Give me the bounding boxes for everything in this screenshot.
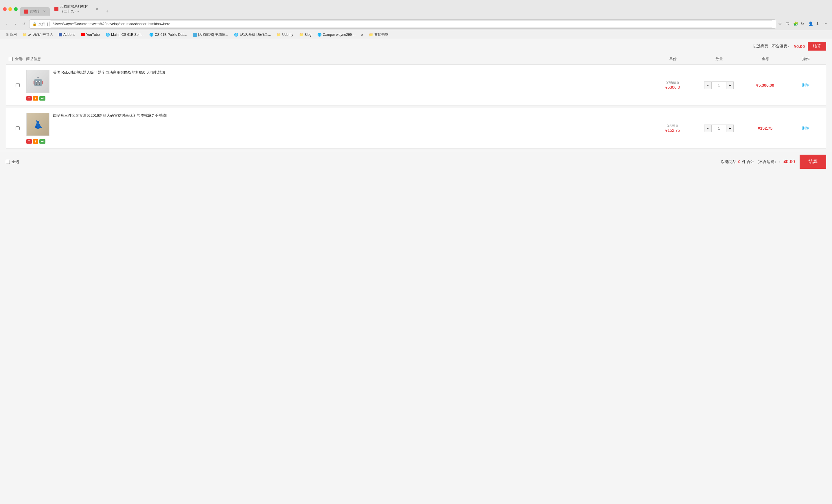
bookmark-cs61b-main-label: Main | CS 61B Spri... [111, 33, 144, 37]
item1-badge-7day: 7 [33, 96, 38, 101]
bookmark-camper[interactable]: 🌐 Camper wayne299'... [315, 32, 358, 37]
address-separator: | [47, 22, 48, 26]
title-bar: 购物车 ✕ 天猫前端系列教材（二十九）- ✕ + [0, 0, 832, 18]
tab-close-tmall[interactable]: ✕ [96, 7, 98, 11]
bookmark-cs61b-public-label: CS 61B Public Das... [155, 33, 187, 37]
cart-item-1: 美国iRobot扫地机器人吸尘器全自动家用智能扫地机650 天猫电器城 T 7 … [6, 65, 826, 106]
bookmark-addons[interactable]: Addons [56, 32, 78, 37]
bottom-summary-prefix: 以选商品 [721, 159, 736, 164]
bookmark-tmall-front[interactable]: [天猫前端] 单纯便... [191, 31, 231, 37]
header-quantity: 数量 [696, 56, 742, 61]
bookmark-other-label: 其他书签 [374, 32, 388, 37]
cart-container: 全选 商品信息 单价 数量 金额 操作 美国iRobot扫地机器人吸尘器全自动家… [6, 53, 826, 148]
item2-qty-increase[interactable]: + [726, 124, 734, 132]
cs61b-main-icon: 🌐 [106, 33, 110, 37]
item2-qty-decrease[interactable]: - [704, 124, 712, 132]
back-button[interactable]: ‹ [3, 21, 10, 27]
item1-qty-input[interactable] [712, 82, 726, 89]
tab-tmall[interactable]: 天猫前端系列教材（二十九）- ✕ [50, 2, 102, 16]
safari-icon: 📁 [23, 33, 27, 37]
header-unit-price: 单价 [650, 56, 696, 61]
bookmark-apps-label: 应用 [10, 32, 17, 37]
bookmark-other[interactable]: 📁 其他书签 [366, 31, 391, 37]
tab-cart[interactable]: 购物车 ✕ [20, 7, 50, 16]
tab-label-cart: 购物车 [30, 9, 40, 14]
bookmark-safari[interactable]: 📁 从 Safari 中导入 [20, 31, 55, 37]
profile-icon[interactable]: 👤 [808, 21, 813, 27]
item2-delete-button[interactable]: 删除 [802, 126, 809, 131]
refresh-icon[interactable]: ↻ [801, 21, 806, 27]
bookmark-youtube[interactable]: YouTube [79, 32, 102, 37]
item2-action-col: 删除 [788, 126, 823, 131]
item2-checkbox[interactable] [16, 126, 20, 130]
item1-check-col [9, 83, 26, 87]
youtube-icon [81, 33, 85, 36]
item2-badge-tmall: T [26, 139, 32, 144]
item2-price-col: ¥235.0 ¥152.75 [649, 124, 696, 133]
tab-close-cart[interactable]: ✕ [43, 9, 46, 13]
item1-qty-decrease[interactable]: - [704, 82, 712, 89]
item1-badge-tmall: T [26, 96, 32, 101]
header-action: 操作 [788, 56, 823, 61]
item2-top: 阔腿裤三件套装女夏装2016新款大码雪纺时尚休闲气质棉麻九分裤潮 [26, 113, 647, 136]
browser-chrome: 购物车 ✕ 天猫前端系列教材（二十九）- ✕ + ‹ › ↺ 🔒 文件 | ☆ … [0, 0, 832, 39]
download-icon[interactable]: ⬇ [816, 21, 821, 27]
top-summary-amount: ¥0.00 [794, 44, 805, 49]
cart-item-2: 阔腿裤三件套装女夏装2016新款大码雪纺时尚休闲气质棉麻九分裤潮 T 7 ↩ ¥… [6, 108, 826, 148]
bottom-summary-group: 以选商品 0 件 合计 （不含运费）： ¥0.00 结算 [721, 155, 826, 169]
top-checkout-button[interactable]: 结算 [808, 42, 826, 51]
item2-qty-col: - + [696, 124, 742, 132]
extension-icon[interactable]: 🧩 [793, 21, 799, 27]
bookmark-cs61b-main[interactable]: 🌐 Main | CS 61B Spri... [103, 32, 146, 37]
cs61b-public-icon: 🌐 [149, 33, 154, 37]
bottom-select-all-label: 全选 [11, 159, 19, 164]
item2-image [26, 113, 50, 136]
apps-icon: ⊞ [6, 33, 9, 37]
item1-qty-increase[interactable]: + [726, 82, 734, 89]
bookmark-camper-label: Camper wayne299'... [323, 33, 356, 37]
bookmark-more[interactable]: » [359, 32, 366, 37]
blog-icon: 📁 [299, 33, 304, 37]
address-input[interactable] [50, 21, 773, 27]
bookmark-addons-label: Addons [63, 33, 75, 37]
bookmark-cs61b-public[interactable]: 🌐 CS 61B Public Das... [147, 32, 189, 37]
bottom-item-count: 0 [738, 160, 740, 164]
item1-image [26, 69, 50, 93]
shield-icon[interactable]: 🛡 [786, 21, 791, 27]
bottom-checkout-button[interactable]: 结算 [800, 155, 826, 169]
bottom-total-amount: ¥0.00 [783, 159, 795, 164]
udemy-icon: 📁 [277, 33, 281, 37]
maximize-window-button[interactable] [14, 7, 18, 11]
minimize-window-button[interactable] [8, 7, 12, 11]
page-content: 以选商品（不含运费） ¥0.00 结算 全选 商品信息 单价 数量 金额 操作 [0, 39, 832, 172]
traffic-lights [3, 7, 18, 11]
java-icon: 🌐 [234, 33, 238, 37]
reload-button[interactable]: ↺ [21, 21, 27, 27]
item1-original-price: ¥7580.0 [649, 81, 696, 85]
item1-checkbox[interactable] [16, 83, 20, 87]
bottom-select-all-checkbox[interactable] [6, 160, 10, 164]
bookmark-apps[interactable]: ⊞ 应用 [3, 31, 19, 37]
menu-icon[interactable]: ⋯ [823, 21, 829, 27]
forward-button[interactable]: › [12, 21, 19, 27]
addons-icon [59, 33, 62, 36]
tab-label-tmall: 天猫前端系列教材（二十九）- [60, 4, 93, 14]
bookmark-icon[interactable]: ☆ [778, 21, 783, 27]
other-icon: 📁 [369, 33, 373, 37]
bookmark-java[interactable]: 🌐 JAVA 基础 |Java全... [232, 31, 274, 37]
header-amount: 金额 [742, 56, 788, 61]
item1-amount-col: ¥5,306.00 [742, 83, 788, 88]
header-select-all-label: 全选 [15, 56, 23, 61]
close-window-button[interactable] [3, 7, 7, 11]
item1-delete-button[interactable]: 删除 [802, 83, 809, 88]
header-select-all-checkbox[interactable] [9, 57, 13, 61]
item1-badges: T 7 ↩ [26, 96, 647, 101]
bookmark-udemy[interactable]: 📁 Udemy [274, 32, 295, 37]
bookmark-java-label: JAVA 基础 |Java全... [239, 32, 271, 37]
more-icon: » [361, 33, 363, 37]
bottom-summary-text: 以选商品 0 件 合计 （不含运费）： ¥0.00 [721, 159, 795, 164]
new-tab-button[interactable]: + [103, 7, 111, 16]
item2-qty-input[interactable] [712, 124, 726, 132]
bookmark-blog[interactable]: 📁 Blog [297, 32, 314, 37]
item1-qty-col: - + [696, 82, 742, 89]
